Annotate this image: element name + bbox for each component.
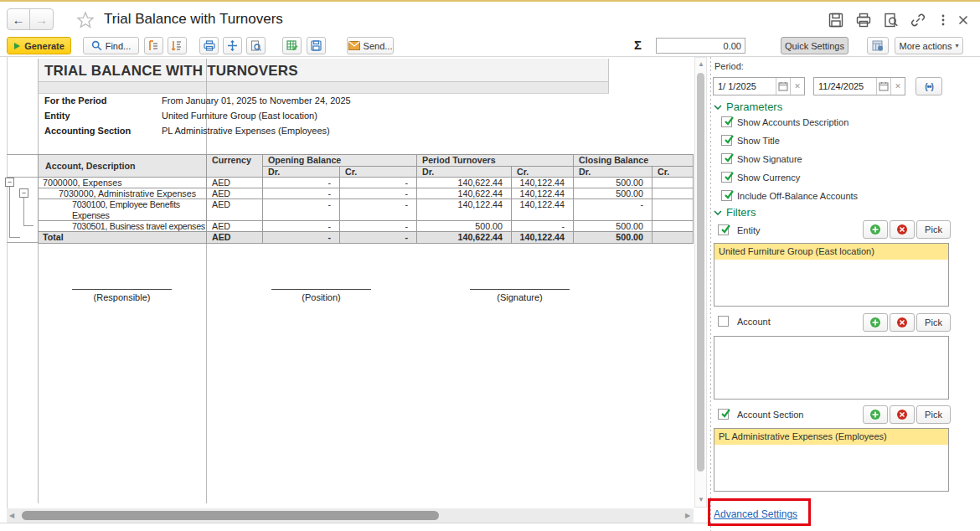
cell-closing-dr[interactable]: - — [574, 199, 652, 221]
print-button[interactable] — [199, 37, 219, 54]
close-icon[interactable] — [955, 12, 972, 28]
col-header-currency[interactable]: Currency — [207, 155, 263, 178]
cell-account[interactable]: 7030501, Business travel expenses — [39, 221, 207, 232]
cell-currency[interactable]: AED — [207, 188, 263, 199]
info-value-section[interactable]: PL Administrative Expenses (Employees) — [162, 126, 330, 136]
send-button[interactable]: Send... — [347, 37, 394, 54]
generate-button[interactable]: Generate — [7, 37, 71, 54]
find-button[interactable]: Find... — [83, 37, 139, 54]
cell-period-cr[interactable]: - — [512, 221, 574, 232]
cell-account[interactable]: 7030100, Employee Benefits Expenses — [39, 199, 207, 221]
more-actions-button[interactable]: More actions ▾ — [895, 37, 963, 54]
cell-currency[interactable]: AED — [207, 178, 263, 188]
checkbox-label[interactable]: Include Off-Balance Accounts — [737, 191, 858, 201]
cell-period-dr[interactable]: 500.00 — [417, 221, 512, 232]
total-opening-cr[interactable]: - — [340, 232, 417, 244]
total-closing-cr[interactable] — [652, 232, 694, 244]
tree-collapse-1[interactable]: − — [5, 178, 14, 187]
filter-label-account[interactable]: Account — [737, 317, 771, 327]
total-currency[interactable]: AED — [207, 232, 263, 244]
col-header-period[interactable]: Period Turnovers — [417, 155, 574, 167]
account-list[interactable] — [714, 336, 949, 400]
collapse-groups-button[interactable] — [144, 37, 163, 54]
favorite-star-icon[interactable] — [75, 10, 95, 30]
cell-period-cr[interactable]: 140,122.44 — [512, 199, 574, 221]
preview-icon[interactable] — [883, 12, 900, 28]
cell-currency[interactable]: AED — [207, 221, 263, 232]
col-header-opening-cr[interactable]: Cr. — [340, 167, 417, 178]
scroll-up-icon[interactable]: ▲ — [698, 61, 704, 68]
filters-section-header[interactable]: Filters — [714, 206, 756, 219]
cell-currency[interactable]: AED — [207, 199, 263, 221]
back-button[interactable]: ← — [8, 9, 30, 29]
more-menu-icon[interactable] — [935, 12, 952, 28]
checkbox-label[interactable]: Show Title — [737, 136, 780, 146]
total-opening-dr[interactable]: - — [263, 232, 340, 244]
filter-label-entity[interactable]: Entity — [737, 225, 761, 235]
autosum-field[interactable]: 0.00 — [656, 38, 745, 54]
cell-account[interactable]: 7000000, Expenses — [39, 178, 207, 188]
select-period-button[interactable]: (••) — [916, 77, 942, 95]
remove-account-section-button[interactable] — [890, 405, 915, 424]
checkbox-label[interactable]: Show Currency — [737, 173, 800, 183]
cell-opening-cr[interactable]: - — [340, 178, 417, 188]
checkbox-show-title[interactable] — [721, 135, 732, 146]
checkbox-include-off-balance[interactable] — [721, 190, 732, 201]
col-header-opening-dr[interactable]: Dr. — [263, 167, 340, 178]
col-header-period-dr[interactable]: Dr. — [417, 167, 512, 178]
account-section-list[interactable]: PL Administrative Expenses (Employees) — [714, 428, 949, 492]
period-from-field[interactable]: 1/ 1/2025 ✕ — [713, 77, 805, 95]
checkbox-label[interactable]: Show Signature — [737, 154, 802, 164]
fit-page-button[interactable] — [223, 37, 242, 54]
cell-opening-cr[interactable]: - — [340, 188, 417, 199]
save-icon[interactable] — [828, 12, 844, 28]
cell-account[interactable]: 7030000, Administrative Expenses — [39, 188, 207, 199]
total-closing-dr[interactable]: 500.00 — [574, 232, 652, 244]
col-header-period-cr[interactable]: Cr. — [512, 167, 574, 178]
cell-opening-dr[interactable]: - — [263, 221, 340, 232]
expand-groups-button[interactable] — [168, 37, 187, 54]
edit-document-button[interactable] — [282, 37, 302, 54]
cell-closing-cr[interactable] — [652, 188, 694, 199]
scroll-right-icon[interactable]: ▶ — [685, 513, 690, 519]
calendar-icon[interactable] — [776, 78, 790, 95]
col-header-opening[interactable]: Opening Balance — [263, 155, 417, 167]
col-header-closing-dr[interactable]: Dr. — [574, 167, 652, 178]
remove-entity-button[interactable] — [890, 220, 915, 239]
cell-closing-cr[interactable] — [652, 178, 694, 188]
info-label-section[interactable]: Accounting Section — [44, 126, 131, 136]
save-document-button[interactable] — [307, 37, 326, 54]
total-period-cr[interactable]: 140,122.44 — [512, 232, 574, 244]
col-header-closing-cr[interactable]: Cr. — [652, 167, 694, 178]
cell-period-cr[interactable]: 140,122.44 — [512, 178, 574, 188]
cell-period-dr[interactable]: 140,622.44 — [417, 188, 512, 199]
info-value-period[interactable]: From January 01, 2025 to November 24, 20… — [162, 95, 351, 106]
col-header-closing[interactable]: Closing Balance — [574, 155, 694, 167]
vertical-scroll-thumb[interactable] — [697, 73, 704, 472]
calendar-icon[interactable] — [876, 78, 890, 95]
info-value-entity[interactable]: United Furniture Group (East location) — [162, 111, 317, 121]
period-to-value[interactable]: 11/24/2025 — [814, 81, 876, 91]
checkbox-show-currency[interactable] — [721, 172, 732, 183]
checkbox-label[interactable]: Show Accounts Description — [737, 117, 848, 127]
cell-period-dr[interactable]: 140,622.44 — [417, 178, 512, 188]
quick-settings-button[interactable]: Quick Settings — [781, 37, 848, 54]
cell-period-dr[interactable]: 140,122.44 — [417, 199, 512, 221]
clear-date-icon[interactable]: ✕ — [790, 78, 804, 95]
checkbox-show-signature[interactable] — [721, 153, 732, 164]
checkbox-show-accounts-description[interactable] — [721, 116, 732, 127]
cell-closing-cr[interactable] — [652, 221, 694, 232]
checkbox-filter-account-section[interactable] — [718, 409, 729, 420]
cell-closing-dr[interactable]: 500.00 — [574, 188, 652, 199]
total-label[interactable]: Total — [39, 232, 207, 244]
cell-closing-cr[interactable] — [652, 199, 694, 221]
horizontal-scrollbar[interactable]: ◀ ▶ — [7, 508, 694, 523]
period-to-field[interactable]: 11/24/2025 ✕ — [813, 77, 905, 95]
forward-button[interactable]: → — [30, 9, 53, 29]
entity-list[interactable]: United Furniture Group (East location) — [714, 243, 949, 307]
cell-opening-dr[interactable]: - — [263, 199, 340, 221]
cell-opening-cr[interactable]: - — [340, 199, 417, 221]
scroll-down-icon[interactable]: ▼ — [698, 497, 704, 503]
report-title[interactable]: TRIAL BALANCE WITH TURNOVERS — [44, 63, 298, 80]
print-icon[interactable] — [855, 12, 872, 28]
